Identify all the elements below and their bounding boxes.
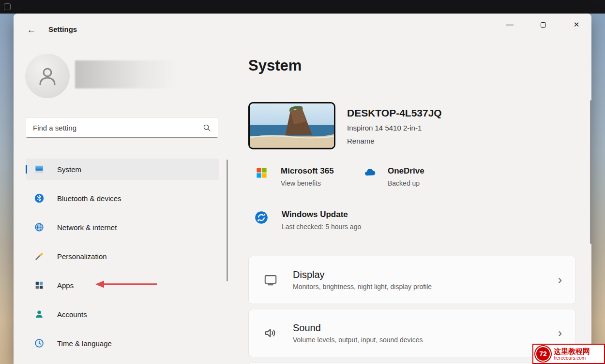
sidebar-item-time-language[interactable]: Time & language xyxy=(26,333,219,354)
sidebar-item-label: Apps xyxy=(57,281,74,290)
sidebar-scrollbar[interactable] xyxy=(227,160,228,281)
device-info: DESKTOP-4L537JQ Inspiron 14 5410 2-in-1 … xyxy=(347,107,442,146)
settings-window: ← Settings — ✕ xyxy=(14,14,591,364)
sidebar-item-network-internet[interactable]: Network & internet xyxy=(26,217,219,238)
main-scrollbar[interactable] xyxy=(590,100,591,244)
sidebar-item-personalization[interactable]: Personalization xyxy=(26,246,219,267)
windows-update-icon xyxy=(254,210,269,225)
chevron-right-icon: › xyxy=(558,274,562,286)
windows-update-title: Windows Update xyxy=(282,210,361,219)
personalization-brush-icon xyxy=(34,251,45,262)
page-title: System xyxy=(248,57,302,74)
minimize-icon: — xyxy=(506,20,514,29)
microsoft-365-icon xyxy=(255,166,268,179)
sidebar-item-label: Network & internet xyxy=(57,223,117,232)
user-name-redacted xyxy=(75,60,179,88)
chevron-right-icon: › xyxy=(558,327,562,339)
window-title: Settings xyxy=(48,25,77,33)
maximize-icon xyxy=(541,22,546,28)
sidebar-item-label: Personalization xyxy=(57,252,107,261)
microsoft-365-subtitle: View benefits xyxy=(281,179,334,187)
network-globe-icon xyxy=(34,222,45,233)
minimize-button[interactable]: — xyxy=(499,15,520,34)
display-settings-row[interactable]: Display Monitors, brightness, night ligh… xyxy=(248,256,576,304)
search-icon xyxy=(203,124,211,132)
watermark-site: herecours.com xyxy=(554,355,590,361)
sidebar-item-accounts[interactable]: Accounts xyxy=(26,304,219,325)
user-avatar[interactable] xyxy=(25,54,70,98)
watermark-logo: 72 xyxy=(535,346,551,362)
back-arrow-icon: ← xyxy=(27,25,36,35)
close-icon: ✕ xyxy=(574,20,580,29)
device-model: Inspiron 14 5410 2-in-1 xyxy=(347,124,442,132)
next-settings-row-partial[interactable] xyxy=(248,362,576,364)
search-box xyxy=(26,117,218,138)
rename-button[interactable]: Rename xyxy=(347,137,375,145)
onedrive-title: OneDrive xyxy=(388,166,424,176)
display-monitor-icon xyxy=(263,273,278,287)
windows-update-subtitle: Last checked: 5 hours ago xyxy=(282,223,361,231)
sound-title: Sound xyxy=(293,322,423,334)
back-button[interactable]: ← xyxy=(23,22,40,38)
display-title: Display xyxy=(293,269,432,280)
device-name: DESKTOP-4L537JQ xyxy=(347,107,442,119)
sidebar-item-system[interactable]: System xyxy=(26,159,219,180)
search-input[interactable] xyxy=(26,118,203,137)
microsoft-365-card[interactable]: Microsoft 365 View benefits xyxy=(255,166,334,187)
screenshot-toolbar-icon xyxy=(4,3,11,10)
onedrive-card[interactable]: OneDrive Backed up xyxy=(362,166,424,187)
top-dark-strip xyxy=(0,0,605,14)
sidebar-item-bluetooth-devices[interactable]: Bluetooth & devices xyxy=(26,188,219,209)
sidebar-item-label: Accounts xyxy=(57,310,87,319)
maximize-button[interactable] xyxy=(532,15,554,34)
sound-settings-row[interactable]: Sound Volume levels, output, input, soun… xyxy=(248,309,576,357)
display-subtitle: Monitors, brightness, night light, displ… xyxy=(293,283,432,291)
person-icon xyxy=(35,64,60,88)
sidebar-item-label: System xyxy=(57,165,81,174)
sound-subtitle: Volume levels, output, input, sound devi… xyxy=(293,336,423,344)
apps-grid-icon xyxy=(34,280,45,291)
close-button[interactable]: ✕ xyxy=(566,15,587,34)
sidebar-item-label: Time & language xyxy=(57,339,112,348)
onedrive-cloud-icon xyxy=(362,166,378,179)
windows-update-card[interactable]: Windows Update Last checked: 5 hours ago xyxy=(254,210,361,231)
sound-speaker-icon xyxy=(263,326,278,340)
microsoft-365-title: Microsoft 365 xyxy=(281,166,334,176)
time-language-clock-icon xyxy=(34,338,45,349)
onedrive-subtitle: Backed up xyxy=(388,179,424,187)
system-icon xyxy=(34,164,45,175)
sidebar-item-label: Bluetooth & devices xyxy=(57,194,121,203)
sidebar-item-apps[interactable]: Apps xyxy=(26,275,219,296)
watermark-badge: 72 这里教程网 herecours.com xyxy=(532,344,605,364)
device-wallpaper-thumbnail xyxy=(248,102,335,149)
accounts-person-icon xyxy=(34,309,45,320)
watermark-name: 这里教程网 xyxy=(554,347,590,355)
bluetooth-icon xyxy=(34,193,45,204)
